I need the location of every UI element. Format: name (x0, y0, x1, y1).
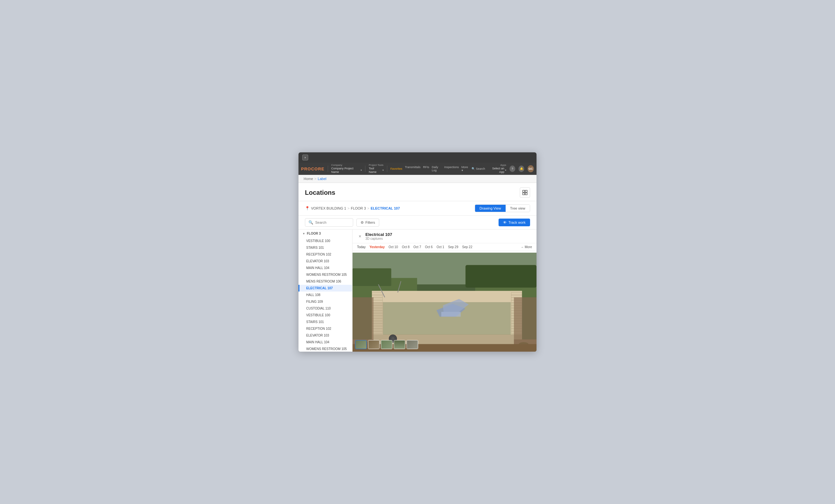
sidebar-item-womens105-2[interactable]: WOMENS RESTROOM 105 (299, 345, 352, 352)
track-work-button[interactable]: 👁 Track work (498, 218, 530, 226)
track-work-label: Track work (509, 220, 526, 224)
main-content: Locations 📍 VORTEX BUILDING 1 > FLOOR 3 … (299, 183, 536, 352)
filter-icon: ⚙ (361, 220, 364, 225)
thumbnail-1[interactable] (355, 340, 367, 349)
company-nav-section[interactable]: Company Company Project Name ▾ (331, 164, 362, 173)
popup-title: Electrical 107 (365, 232, 392, 237)
thumbnail-2[interactable] (368, 340, 380, 349)
timeline-more-button[interactable]: → More (521, 245, 532, 249)
tree-chevron-icon: ▼ (302, 232, 305, 235)
search-input[interactable] (315, 220, 350, 224)
thumbnail-3[interactable] (381, 340, 392, 349)
notifications-button[interactable]: 🔔 (518, 166, 524, 172)
search-box[interactable]: 🔍 (305, 218, 353, 227)
nav-rfis[interactable]: RFIs (423, 166, 429, 172)
svg-rect-8 (465, 265, 536, 288)
sidebar-item-filing109[interactable]: FILING 109 (299, 298, 352, 305)
sidebar-item-mens106-1[interactable]: MENS RESTROOM 106 (299, 278, 352, 285)
drawing-view-button[interactable]: Drawing View (475, 205, 506, 212)
track-work-icon: 👁 (503, 220, 507, 224)
search-icon: 🔍 (308, 220, 313, 225)
tree-view-button[interactable]: Tree view (506, 205, 530, 212)
page-header: Locations (299, 183, 536, 201)
location-pin-icon: 📍 (305, 206, 310, 211)
timeline-oct8[interactable]: Oct 8 (402, 245, 409, 249)
view-toggle: Drawing View Tree view (475, 205, 530, 212)
timeline-oct10[interactable]: Oct 10 (389, 245, 398, 249)
sidebar-group-floor3[interactable]: ▼ FLOOR 3 (299, 230, 352, 237)
nav-transmittals[interactable]: Transmittals (405, 166, 421, 172)
sidebar-item-elevator103[interactable]: ELEVATOR 103 (299, 258, 352, 265)
project-value: Tool Name ▾ (369, 167, 383, 174)
toolbar: 🔍 ⚙ Filters 👁 Track work (299, 216, 536, 230)
help-button[interactable]: ? (509, 166, 515, 172)
company-value: Company Project Name ▾ (331, 167, 362, 174)
thumbnail-4[interactable] (394, 340, 405, 349)
sidebar-item-mainhall104-2[interactable]: MAIN HALL 104 (299, 339, 352, 345)
sidebar-item-reception102-2[interactable]: RECEPTION 102 (299, 325, 352, 332)
nav-more[interactable]: More ▾ (462, 166, 469, 172)
svg-rect-2 (523, 193, 525, 195)
timeline-sep22[interactable]: Sep 22 (462, 245, 472, 249)
svg-rect-1 (525, 190, 527, 192)
nav-daily-log[interactable]: Daily Log (432, 166, 442, 172)
popup-header: × Electrical 107 3D captures (352, 230, 536, 243)
sidebar-item-custodial110[interactable]: CUSTODIAL 110 (299, 305, 352, 312)
sidebar-item-elevator103-2[interactable]: ELEVATOR 103 (299, 332, 352, 339)
svg-rect-13 (372, 291, 522, 302)
nav-divider-3 (387, 166, 387, 172)
sidebar-item-mainhall104[interactable]: MAIN HALL 104 (299, 265, 352, 271)
browser-window: × PROCORE Company Company Project Name ▾… (299, 152, 536, 352)
construction-scene-svg (352, 253, 536, 352)
popup-close-button[interactable]: × (357, 233, 363, 239)
timeline-yesterday[interactable]: Yesterday (370, 245, 385, 249)
main-panel: × Electrical 107 3D captures Today Yeste… (352, 230, 536, 352)
thumbnail-strip (355, 340, 418, 349)
location-breadcrumb: 📍 VORTEX BUILDING 1 > FLOOR 3 > ELECTRIC… (299, 201, 536, 216)
search-icon: 🔍 (471, 167, 475, 170)
company-chevron-icon: ▾ (361, 169, 362, 172)
sidebar-item-stairs101[interactable]: STAIRS 101 (299, 244, 352, 251)
project-chevron-icon: ▾ (383, 169, 384, 172)
timeline-oct1[interactable]: Oct 1 (436, 245, 444, 249)
timeline-oct6[interactable]: Oct 6 (425, 245, 433, 249)
sidebar-item-vestibule100-2[interactable]: VESTIBULE 100 (299, 312, 352, 318)
breadcrumb-home[interactable]: Home (304, 177, 313, 181)
popup-subtitle: 3D captures (365, 237, 392, 240)
loc-floor[interactable]: FLOOR 3 (351, 206, 366, 210)
project-nav-section[interactable]: Project Tools Tool Name ▾ (369, 164, 383, 173)
page-title: Locations (305, 189, 335, 196)
body-layout: ▼ FLOOR 3 VESTIBULE 100 STAIRS 101 RECEP… (299, 230, 536, 352)
sidebar-item-electrical107[interactable]: ELECTRICAL 107 (299, 285, 352, 292)
global-search-button[interactable]: 🔍 Search (471, 167, 485, 170)
sidebar-tree: ▼ FLOOR 3 VESTIBULE 100 STAIRS 101 RECEP… (299, 230, 352, 352)
nav-links: Transmittals RFIs Daily Log Inspections … (405, 166, 469, 172)
sidebar-item-womens105[interactable]: WOMENS RESTROOM 105 (299, 271, 352, 278)
browser-close-button[interactable]: × (302, 154, 308, 161)
construction-image (352, 253, 536, 352)
filter-label: Filters (365, 220, 375, 224)
timeline-sep29[interactable]: Sep 29 (448, 245, 459, 249)
apps-section[interactable]: Apps Select an App ▾ (488, 164, 506, 173)
sidebar-item-reception102[interactable]: RECEPTION 102 (299, 251, 352, 258)
sidebar-item-hall108[interactable]: HALL 108 (299, 292, 352, 298)
thumbnail-5[interactable] (407, 340, 418, 349)
timeline-today[interactable]: Today (357, 245, 366, 249)
nav-right: 🔍 Search Apps Select an App ▾ ? 🔔 GC (471, 164, 534, 173)
user-avatar[interactable]: GC (528, 165, 534, 172)
breadcrumb-label[interactable]: Label (318, 177, 326, 181)
sidebar-item-vestibule100[interactable]: VESTIBULE 100 (299, 237, 352, 244)
loc-room[interactable]: ELECTRICAL 107 (370, 206, 400, 210)
company-label: Company (331, 164, 362, 167)
svg-rect-0 (523, 190, 525, 192)
filter-button[interactable]: ⚙ Filters (357, 218, 379, 227)
grid-view-button[interactable] (520, 187, 530, 198)
loc-building[interactable]: VORTEX BUILDING 1 (311, 206, 346, 210)
procore-logo: PROCORE (301, 167, 325, 171)
apps-value: Select an App ▾ (488, 167, 506, 174)
breadcrumb-sep: > (314, 177, 316, 181)
timeline-oct7[interactable]: Oct 7 (413, 245, 421, 249)
sidebar-item-stairs101-2[interactable]: STAIRS 101 (299, 318, 352, 325)
breadcrumb: Home > Label (299, 175, 536, 183)
nav-inspections[interactable]: Inspections (444, 166, 459, 172)
